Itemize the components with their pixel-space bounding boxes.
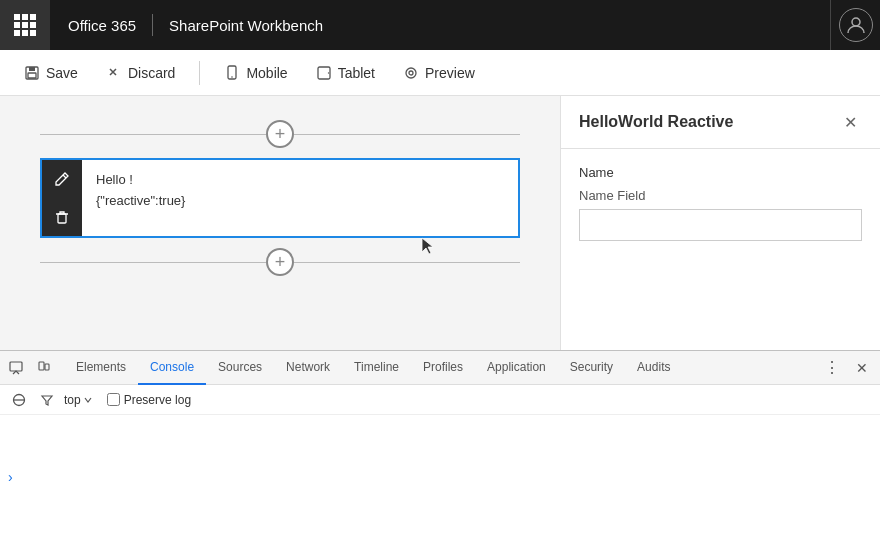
save-icon — [24, 65, 40, 81]
trash-icon — [54, 209, 70, 225]
mobile-icon — [224, 65, 240, 81]
svg-rect-11 — [10, 362, 22, 371]
svg-point-5 — [232, 76, 234, 78]
panel-title: HelloWorld Reactive — [579, 113, 733, 131]
svg-rect-12 — [39, 362, 44, 370]
devtools-no-entry-button[interactable] — [8, 389, 30, 411]
devtools-tab-audits[interactable]: Audits — [625, 351, 682, 385]
main-area: + Hello ! — [0, 96, 880, 350]
svg-point-9 — [409, 71, 413, 75]
devtools-close-button[interactable]: ✕ — [848, 360, 876, 376]
devtools-tab-profiles[interactable]: Profiles — [411, 351, 475, 385]
console-caret: › — [8, 469, 13, 485]
canvas-area: + Hello ! — [0, 96, 560, 350]
svg-rect-3 — [28, 73, 36, 78]
user-avatar-area[interactable] — [830, 0, 880, 50]
toolbar-separator — [199, 61, 200, 85]
top-bar-title-area: Office 365 SharePoint Workbench — [50, 0, 341, 50]
top-bar: Office 365 SharePoint Workbench — [0, 0, 880, 50]
name-field-input[interactable] — [579, 209, 862, 241]
toolbar: Save Discard Mobile Tablet Preview — [0, 50, 880, 96]
devtools-toolbar: top Preserve log — [0, 385, 880, 415]
divider-left-1 — [40, 134, 266, 135]
right-panel: HelloWorld Reactive ✕ Name Name Field — [560, 96, 880, 350]
devtools-top-dropdown[interactable]: top — [64, 393, 93, 407]
webpart-line1: Hello ! — [96, 170, 504, 191]
add-block-top-button[interactable]: + — [266, 120, 294, 148]
devtools-tab-elements[interactable]: Elements — [64, 351, 138, 385]
webpart-edit-button[interactable] — [42, 160, 82, 198]
svg-rect-2 — [29, 67, 35, 71]
devtools-tab-security[interactable]: Security — [558, 351, 625, 385]
devtools-inspect-button[interactable] — [4, 356, 28, 380]
divider-right-2 — [294, 262, 520, 263]
divider-left-2 — [40, 262, 266, 263]
discard-label: Discard — [128, 65, 175, 81]
chevron-down-icon — [83, 395, 93, 405]
discard-button[interactable]: Discard — [94, 59, 187, 87]
panel-body: Name Name Field — [561, 149, 880, 257]
tablet-icon — [316, 65, 332, 81]
bottom-plus-row: + — [40, 248, 520, 276]
app-grid-button[interactable] — [0, 0, 50, 50]
office-title: Office 365 — [68, 17, 136, 34]
svg-rect-10 — [58, 214, 66, 223]
svg-point-8 — [406, 68, 416, 78]
preview-icon — [403, 65, 419, 81]
panel-close-button[interactable]: ✕ — [838, 110, 862, 134]
top-plus-row: + — [40, 120, 520, 148]
tablet-label: Tablet — [338, 65, 375, 81]
panel-header: HelloWorld Reactive ✕ — [561, 96, 880, 149]
preserve-log-checkbox[interactable] — [107, 393, 120, 406]
panel-name-label: Name — [579, 165, 862, 180]
preview-label: Preview — [425, 65, 475, 81]
devtools-tab-application[interactable]: Application — [475, 351, 558, 385]
devtools-more-button[interactable]: ⋮ — [816, 358, 848, 377]
svg-point-7 — [327, 72, 328, 73]
person-icon — [846, 15, 866, 35]
devtools-tab-sources[interactable]: Sources — [206, 351, 274, 385]
preserve-log-label: Preserve log — [124, 393, 191, 407]
webpart-line2: {"reactive":true} — [96, 191, 504, 212]
webpart-content: Hello ! {"reactive":true} — [82, 160, 518, 236]
divider-right-1 — [294, 134, 520, 135]
devtools-tab-timeline[interactable]: Timeline — [342, 351, 411, 385]
title-divider — [152, 14, 153, 36]
devtools-tab-network[interactable]: Network — [274, 351, 342, 385]
devtools-device-button[interactable] — [32, 356, 56, 380]
mobile-button[interactable]: Mobile — [212, 59, 299, 87]
panel-name-field-label: Name Field — [579, 188, 862, 203]
webpart-container: Hello ! {"reactive":true} — [40, 158, 520, 238]
inspect-icon — [9, 361, 23, 375]
devtools-preserve-log-area: Preserve log — [107, 393, 191, 407]
mobile-label: Mobile — [246, 65, 287, 81]
devtools-prompt: › — [8, 469, 17, 485]
save-button[interactable]: Save — [12, 59, 90, 87]
filter-icon — [40, 393, 54, 407]
devtools-tabs: Elements Console Sources Network Timelin… — [0, 351, 880, 385]
devtools-console-area[interactable]: › — [0, 415, 880, 538]
devtools-top-label: top — [64, 393, 81, 407]
webpart-actions — [42, 160, 82, 236]
discard-icon — [106, 65, 122, 81]
no-entry-icon — [12, 393, 26, 407]
device-icon — [37, 361, 51, 375]
save-label: Save — [46, 65, 78, 81]
svg-point-0 — [852, 18, 860, 26]
sharepoint-title: SharePoint Workbench — [169, 17, 323, 34]
webpart-delete-button[interactable] — [42, 198, 82, 236]
pencil-icon — [54, 171, 70, 187]
add-block-bottom-button[interactable]: + — [266, 248, 294, 276]
devtools-tab-console[interactable]: Console — [138, 351, 206, 385]
svg-rect-13 — [45, 364, 49, 370]
devtools-filter-button[interactable] — [36, 389, 58, 411]
grid-icon — [14, 14, 36, 36]
devtools-tab-icons — [4, 356, 56, 380]
devtools-panel: Elements Console Sources Network Timelin… — [0, 350, 880, 538]
preview-button[interactable]: Preview — [391, 59, 487, 87]
avatar — [839, 8, 873, 42]
tablet-button[interactable]: Tablet — [304, 59, 387, 87]
